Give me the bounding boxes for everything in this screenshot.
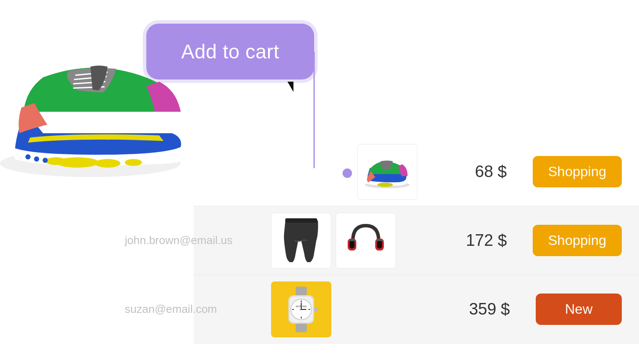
svg-point-13: [377, 183, 393, 187]
price: 359 $: [441, 300, 510, 318]
product-thumbnail: [357, 144, 417, 200]
status-badge[interactable]: Shopping: [533, 156, 622, 187]
svg-text:WEIL: WEIL: [299, 309, 303, 311]
product-thumbnails: [271, 213, 396, 269]
connector-dot: [343, 168, 352, 178]
product-table: 68 $ Shopping john.brown@email.us: [194, 138, 639, 364]
product-thumbnails: [357, 144, 417, 200]
price: 68 $: [438, 162, 507, 181]
product-thumbnail-headphones: [336, 213, 396, 269]
svg-point-3: [45, 157, 67, 165]
svg-rect-21: [296, 287, 307, 295]
table-row: 68 $ Shopping: [194, 138, 639, 206]
svg-point-9: [25, 154, 31, 159]
svg-point-2: [95, 159, 120, 168]
mouse-cursor: [287, 82, 293, 92]
svg-point-11: [43, 158, 48, 163]
status-badge[interactable]: Shopping: [533, 225, 622, 256]
product-thumbnail-pants: [271, 213, 331, 269]
user-email: john.brown@email.us: [125, 234, 262, 247]
svg-rect-19: [349, 239, 355, 241]
svg-rect-34: [314, 307, 318, 312]
product-thumbnail-watch: RAYMOND WEIL: [271, 281, 331, 337]
table-row: john.brown@email.us: [194, 206, 639, 275]
svg-point-4: [125, 159, 142, 166]
table-row: suzan@email.com: [194, 275, 639, 344]
svg-rect-14: [285, 218, 317, 223]
svg-point-10: [34, 156, 39, 162]
status-badge[interactable]: New: [536, 294, 622, 325]
svg-rect-16: [349, 241, 355, 248]
svg-rect-33: [296, 324, 307, 332]
main-shoe-image: [0, 26, 207, 180]
svg-rect-18: [377, 241, 382, 248]
price: 172 $: [438, 231, 507, 250]
product-thumbnails: RAYMOND WEIL: [271, 281, 331, 337]
svg-text:RAYMOND: RAYMOND: [296, 305, 307, 308]
user-email: suzan@email.com: [125, 303, 262, 316]
svg-rect-20: [376, 239, 383, 241]
